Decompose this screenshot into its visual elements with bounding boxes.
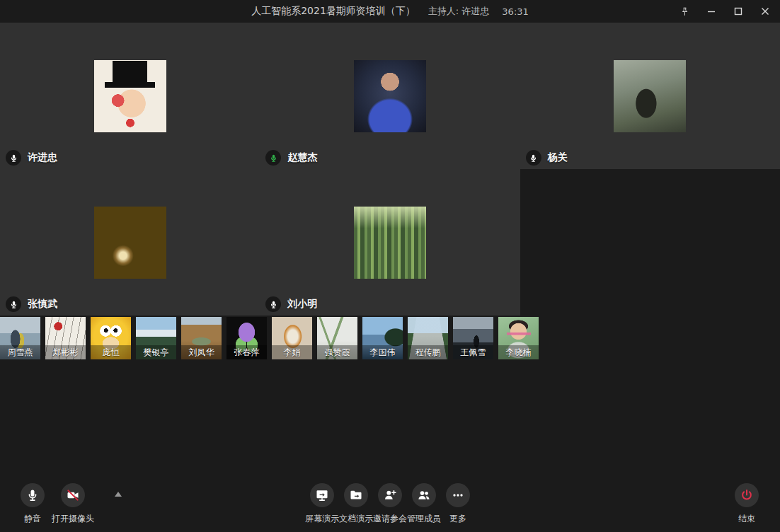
close-button[interactable] (757, 4, 773, 19)
more-button[interactable]: 更多 (441, 483, 475, 525)
microphone-icon (25, 488, 40, 502)
members-icon (417, 488, 431, 502)
titlebar: 人工智能系2021暑期师资培训（下） 主持人: 许进忠 36:31 (0, 0, 780, 23)
host-label: 主持人: 许进忠 (428, 5, 490, 18)
thumbnail-tile[interactable]: 刘凤华 (181, 317, 222, 359)
empty-grid-cell (520, 169, 780, 316)
participant-name: 杨关 (548, 151, 568, 164)
thumbnail-tile[interactable]: 郑彬彬 (45, 317, 86, 359)
thumbnail-tile[interactable]: 周雪燕 (0, 317, 40, 359)
mic-speaking-icon (265, 150, 281, 166)
mic-icon (526, 150, 541, 166)
participant-name: 强赞霞 (317, 345, 357, 359)
participant-name: 庞恒 (91, 345, 131, 359)
mic-icon (6, 296, 21, 312)
minimize-button[interactable] (704, 4, 719, 19)
video-gallery: 许进忠 赵慧杰 杨关 (0, 23, 780, 532)
participant-name: 樊银亭 (136, 345, 176, 359)
participant-name: 程传鹏 (408, 345, 448, 359)
thumbnail-tile[interactable]: 李娟 (272, 317, 312, 359)
invite-person-icon (383, 488, 397, 502)
thumbnail-tile[interactable]: 强赞霞 (317, 317, 357, 359)
video-tile[interactable]: 杨关 (520, 23, 780, 169)
camera-off-icon (66, 488, 80, 502)
camera-button[interactable]: 打开摄像头 (52, 483, 94, 525)
video-tile[interactable]: 许进忠 (0, 23, 260, 169)
manage-members-label: 管理成员 (407, 513, 441, 525)
mute-label: 静音 (24, 513, 41, 525)
end-meeting-label: 结束 (738, 513, 755, 525)
doc-share-icon (349, 488, 363, 502)
participant-name: 刘凤华 (181, 345, 222, 359)
mic-icon (6, 150, 21, 166)
end-meeting-button[interactable]: 结束 (735, 483, 759, 525)
participant-avatar (354, 207, 426, 279)
mic-icon (265, 296, 281, 312)
manage-members-button[interactable]: 管理成员 (407, 483, 441, 525)
participant-name: 张春萍 (226, 345, 267, 359)
participant-avatar (614, 60, 686, 132)
mute-button[interactable]: 静音 (21, 483, 45, 525)
video-tile[interactable]: 刘小明 (260, 169, 520, 316)
power-icon (740, 488, 754, 502)
participant-name: 郑彬彬 (45, 345, 86, 359)
participant-name: 李晓楠 (498, 345, 539, 359)
thumbnail-tile[interactable]: 张春萍 (226, 317, 267, 359)
meeting-window: 人工智能系2021暑期师资培训（下） 主持人: 许进忠 36:31 (0, 0, 780, 532)
more-ellipsis-icon (451, 488, 465, 502)
thumbnail-tile[interactable]: 程传鹏 (408, 317, 448, 359)
invite-button[interactable]: 邀请参会 (373, 483, 407, 525)
invite-label: 邀请参会 (373, 513, 407, 525)
participant-name: 周雪燕 (0, 345, 40, 359)
thumbnail-tile[interactable]: 王佩雪 (453, 317, 493, 359)
screen-share-icon (315, 488, 329, 502)
participant-name: 张慎武 (28, 298, 57, 311)
thumbnail-tile[interactable]: 李晓楠 (498, 317, 539, 359)
participant-avatar (94, 207, 166, 279)
meeting-title: 人工智能系2021暑期师资培训（下） (251, 5, 415, 18)
meeting-timer: 36:31 (502, 6, 528, 17)
thumbnail-strip: 周雪燕 郑彬彬 庞恒 樊银亭 刘凤华 张春萍 李娟 强赞霞 李国伟 程传鹏 王佩… (0, 317, 539, 359)
pin-icon[interactable] (677, 4, 692, 19)
thumbnail-tile[interactable]: 李国伟 (362, 317, 403, 359)
video-tile[interactable]: 赵慧杰 (260, 23, 520, 169)
participant-name: 李国伟 (362, 345, 403, 359)
camera-label: 打开摄像头 (52, 513, 94, 525)
participant-name: 王佩雪 (453, 345, 493, 359)
video-tile[interactable]: 张慎武 (0, 169, 260, 316)
participant-name: 赵慧杰 (287, 151, 317, 164)
meeting-toolbar: 静音 打开摄像头 屏幕演示 文档演示 (0, 480, 780, 532)
participant-name: 许进忠 (28, 151, 57, 164)
camera-options-caret[interactable] (115, 492, 122, 497)
doc-share-label: 文档演示 (339, 513, 373, 525)
participant-name: 刘小明 (287, 298, 317, 311)
screen-share-button[interactable]: 屏幕演示 (305, 483, 339, 525)
thumbnail-tile[interactable]: 樊银亭 (136, 317, 176, 359)
thumbnail-tile[interactable]: 庞恒 (91, 317, 131, 359)
more-label: 更多 (449, 513, 466, 525)
participant-name: 李娟 (272, 345, 312, 359)
maximize-button[interactable] (730, 4, 746, 19)
screen-share-label: 屏幕演示 (305, 513, 339, 525)
participant-avatar (94, 60, 166, 132)
doc-share-button[interactable]: 文档演示 (339, 483, 373, 525)
participant-avatar (354, 60, 426, 132)
